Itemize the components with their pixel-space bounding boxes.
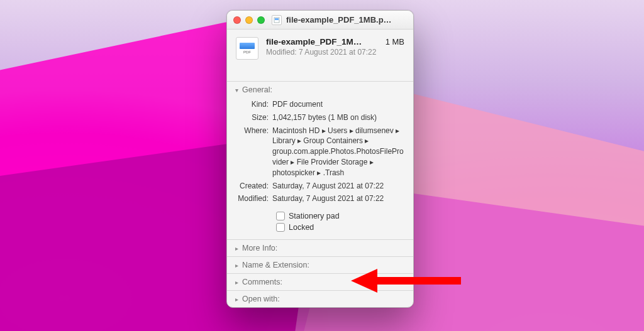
- section-general[interactable]: ▾ General:: [227, 81, 413, 98]
- file-name: file-example_PDF_1MB.…: [266, 37, 367, 46]
- section-name-extension[interactable]: ▸ Name & Extension:: [227, 256, 413, 273]
- stationery-pad-row[interactable]: Stationery pad: [276, 212, 404, 220]
- chevron-right-icon: ▸: [233, 262, 240, 269]
- minimize-button[interactable]: [245, 16, 253, 24]
- section-comments[interactable]: ▸ Comments:: [227, 273, 413, 290]
- info-row-where: Where: Macintosh HD ▸ Users ▸ dilumsenev…: [236, 124, 404, 180]
- locked-checkbox[interactable]: [276, 223, 285, 232]
- file-size: 1 MB: [386, 37, 404, 46]
- chevron-down-icon: ▾: [233, 87, 240, 94]
- section-label: Name & Extension:: [242, 261, 309, 269]
- info-row-modified: Modified: Saturday, 7 August 2021 at 07:…: [236, 192, 404, 205]
- zoom-button[interactable]: [257, 16, 265, 24]
- file-modified: Modified: 7 August 2021 at 07:22: [266, 48, 404, 57]
- file-header: PDF file-example_PDF_1MB.… 1 MB Modified…: [227, 30, 413, 66]
- section-label: Comments:: [242, 278, 282, 286]
- locked-row[interactable]: Locked: [276, 223, 404, 232]
- locked-label: Locked: [289, 223, 314, 232]
- get-info-window: file-example_PDF_1MB.p… PDF file-example…: [226, 10, 414, 308]
- modified-label: Modified:: [236, 192, 272, 205]
- created-value: Saturday, 7 August 2021 at 07:22: [272, 180, 404, 193]
- section-label: More Info:: [242, 244, 277, 252]
- proxy-icon[interactable]: [272, 15, 282, 25]
- section-label: Open with:: [242, 295, 280, 303]
- general-body: Kind: PDF document Size: 1,042,157 bytes…: [227, 98, 413, 239]
- spacer: [227, 66, 413, 81]
- section-open-with[interactable]: ▸ Open with:: [227, 290, 413, 307]
- where-label: Where:: [236, 124, 272, 180]
- info-row-created: Created: Saturday, 7 August 2021 at 07:2…: [236, 180, 404, 193]
- kind-value: PDF document: [272, 98, 404, 111]
- chevron-right-icon: ▸: [233, 296, 240, 303]
- chevron-right-icon: ▸: [233, 245, 240, 252]
- created-label: Created:: [236, 180, 272, 193]
- svg-rect-1: [275, 18, 279, 20]
- section-more-info[interactable]: ▸ More Info:: [227, 239, 413, 256]
- desktop-background: file-example_PDF_1MB.p… PDF file-example…: [0, 0, 644, 331]
- kind-label: Kind:: [236, 98, 272, 111]
- close-button[interactable]: [233, 16, 241, 24]
- section-label: General:: [242, 85, 272, 94]
- titlebar[interactable]: file-example_PDF_1MB.p…: [227, 11, 413, 30]
- info-row-kind: Kind: PDF document: [236, 98, 404, 111]
- window-title: file-example_PDF_1MB.p…: [286, 15, 407, 24]
- size-label: Size:: [236, 111, 272, 124]
- where-value: Macintosh HD ▸ Users ▸ dilumsenev ▸ Libr…: [272, 124, 404, 180]
- size-value: 1,042,157 bytes (1 MB on disk): [272, 111, 404, 124]
- stationery-pad-label: Stationery pad: [289, 212, 340, 220]
- chevron-right-icon: ▸: [233, 279, 240, 286]
- file-thumbnail-icon: PDF: [236, 37, 258, 60]
- info-row-size: Size: 1,042,157 bytes (1 MB on disk): [236, 111, 404, 124]
- stationery-pad-checkbox[interactable]: [276, 212, 285, 220]
- modified-value: Saturday, 7 August 2021 at 07:22: [272, 192, 404, 205]
